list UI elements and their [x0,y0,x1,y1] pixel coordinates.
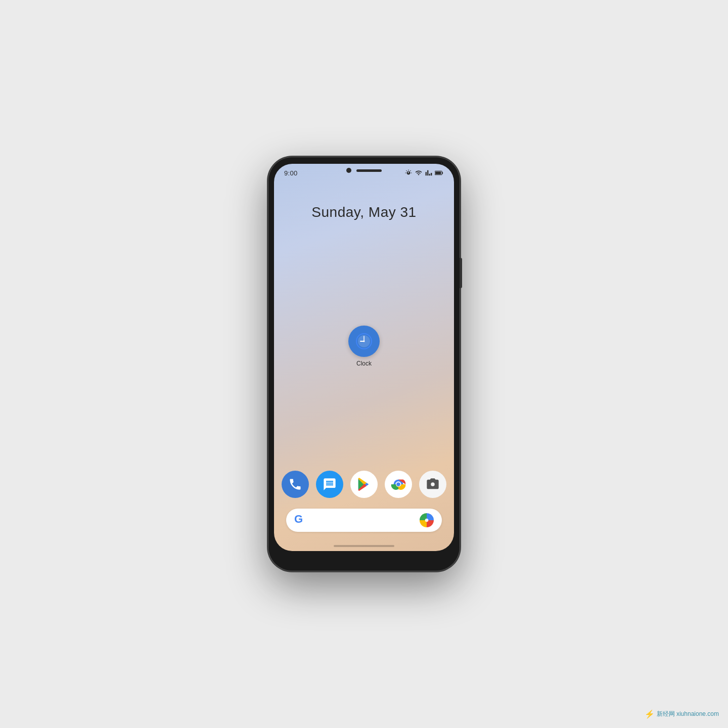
clock-app-label: Clock [356,360,372,367]
clock-svg [355,332,373,350]
date-display: Sunday, May 31 [274,204,454,220]
signal-icon [425,169,432,176]
clock-app-icon[interactable]: Clock [348,326,380,367]
wifi-icon [415,169,423,176]
dock-phone-icon[interactable] [282,471,309,498]
dock [274,471,454,498]
page-background: 9:00 [0,0,728,728]
svg-point-13 [425,519,429,522]
battery-icon [435,170,444,176]
dock-messages-icon[interactable] [316,471,343,498]
status-bar: 9:00 [274,164,454,182]
status-time: 9:00 [284,169,298,177]
google-search-bar[interactable]: G [286,509,442,532]
power-button[interactable] [460,258,462,288]
svg-rect-1 [435,171,441,174]
svg-rect-2 [442,172,443,174]
svg-point-8 [363,341,365,342]
phone-screen: 9:00 [274,164,454,551]
watermark: ⚡ 新经网 xiuhnaione.com [645,709,719,719]
alarm-icon [405,169,412,176]
dock-chrome-icon[interactable] [385,471,412,498]
google-assistant-icon[interactable] [420,513,434,527]
notch-area [346,168,382,173]
google-g-logo: G [294,513,306,528]
front-camera [346,168,351,173]
status-icons [405,169,444,176]
clock-icon-circle [348,326,380,357]
dock-play-icon[interactable] [350,471,378,498]
speaker-grill [356,169,382,172]
watermark-text: 新经网 xiuhnaione.com [657,710,719,718]
svg-point-11 [396,482,400,486]
svg-text:G: G [294,513,303,525]
phone-device: 9:00 [268,157,460,571]
nav-bar-pill [334,545,394,547]
watermark-icon: ⚡ [645,709,655,719]
dock-camera-icon[interactable] [419,471,446,498]
